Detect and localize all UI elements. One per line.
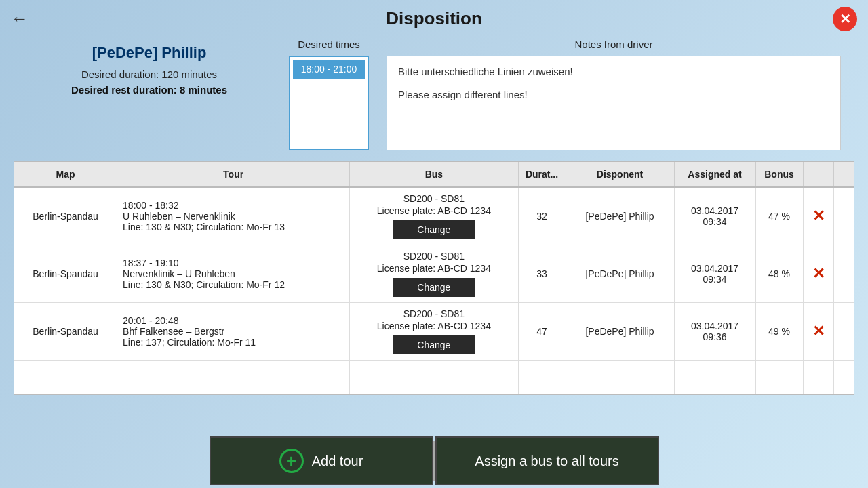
cell-delete-1[interactable]: ✕ [803,245,833,303]
cell-extra-1 [833,245,854,303]
tours-table: Map Tour Bus Durat... Disponent Assigned… [14,162,854,394]
close-button[interactable]: ✕ [833,7,857,31]
assign-bus-button[interactable]: Assign a bus to all tours [435,436,659,485]
cell-bonus-2: 49 % [755,303,803,361]
cell-bus-2: SD200 - SD81 License plate: AB-CD 1234 C… [350,303,518,361]
col-assigned-at: Assigned at [674,162,755,187]
cell-disponent-1: [PeDePe] Phillip [566,245,674,303]
col-disponent: Disponent [566,162,674,187]
table-row: Berlin-Spandau 20:01 - 20:48Bhf Falkense… [14,303,854,361]
cell-duration-2: 47 [518,303,566,361]
time-slot-0: 18:00 - 21:00 [293,60,365,79]
desired-times-label: Desired times [298,39,360,50]
cell-disponent-2: [PeDePe] Phillip [566,303,674,361]
back-icon: ← [11,8,28,29]
table-row: Berlin-Spandau 18:00 - 18:32U Ruhleben –… [14,187,854,245]
driver-duration: Desired duration: 120 minutes [27,68,271,80]
col-map: Map [14,162,117,187]
driver-info: [PeDePe] Phillip Desired duration: 120 m… [27,37,271,96]
cell-disponent-0: [PeDePe] Phillip [566,187,674,245]
col-action1 [803,162,833,187]
desired-times-section: Desired times 18:00 - 21:00 [285,37,373,150]
cell-extra-2 [833,303,854,361]
notes-section: Notes from driver Bitte unterschiedliche… [387,37,841,150]
delete-icon-1[interactable]: ✕ [812,265,825,282]
notes-line2: Please assign different lines! [398,89,829,100]
cell-bus-1: SD200 - SD81 License plate: AB-CD 1234 C… [350,245,518,303]
cell-bonus-1: 48 % [755,245,803,303]
cell-tour-1: 18:37 - 19:10Nervenklinik – U RuhlebenLi… [117,245,350,303]
cell-duration-1: 33 [518,245,566,303]
col-action2 [833,162,854,187]
cell-assigned-at-1: 03.04.2017 09:34 [674,245,755,303]
table-row: Berlin-Spandau 18:37 - 19:10Nervenklinik… [14,245,854,303]
change-bus-button-1[interactable]: Change [393,278,475,297]
tours-table-container: Map Tour Bus Durat... Disponent Assigned… [14,161,854,395]
assign-bus-label: Assign a bus to all tours [475,453,618,469]
times-box: 18:00 - 21:00 [289,56,369,150]
cell-map-2: Berlin-Spandau [14,303,117,361]
cell-assigned-at-0: 03.04.2017 09:34 [674,187,755,245]
cell-tour-2: 20:01 - 20:48Bhf Falkensee – BergstrLine… [117,303,350,361]
close-icon: ✕ [840,11,851,27]
add-icon: + [279,449,304,473]
empty-row [14,361,854,394]
delete-icon-0[interactable]: ✕ [812,207,825,224]
cell-map-1: Berlin-Spandau [14,245,117,303]
driver-name: [PeDePe] Phillip [27,44,271,62]
page-title: Disposition [386,8,482,29]
col-bonus: Bonus [755,162,803,187]
col-tour: Tour [117,162,350,187]
add-tour-label: Add tour [312,453,363,469]
notes-box: Bitte unterschiedliche Linien zuweisen! … [387,56,841,150]
driver-rest-duration: Desired rest duration: 8 minutes [27,84,271,96]
cell-extra-0 [833,187,854,245]
table-header-row: Map Tour Bus Durat... Disponent Assigned… [14,162,854,187]
cell-delete-0[interactable]: ✕ [803,187,833,245]
notes-line1: Bitte unterschiedliche Linien zuweisen! [398,66,829,77]
notes-label: Notes from driver [387,39,841,50]
back-button[interactable]: ← [11,8,28,29]
footer: + Add tour Assign a bus to all tours [0,434,868,488]
cell-assigned-at-2: 03.04.2017 09:36 [674,303,755,361]
header: ← Disposition ✕ [0,0,868,37]
cell-bonus-0: 47 % [755,187,803,245]
add-tour-button[interactable]: + Add tour [210,436,433,485]
top-section: [PeDePe] Phillip Desired duration: 120 m… [0,37,868,156]
cell-duration-0: 32 [518,187,566,245]
cell-tour-0: 18:00 - 18:32U Ruhleben – NervenklinikLi… [117,187,350,245]
change-bus-button-2[interactable]: Change [393,336,475,354]
change-bus-button-0[interactable]: Change [393,220,475,239]
cell-map-0: Berlin-Spandau [14,187,117,245]
delete-icon-2[interactable]: ✕ [812,323,825,340]
cell-delete-2[interactable]: ✕ [803,303,833,361]
cell-bus-0: SD200 - SD81 License plate: AB-CD 1234 C… [350,187,518,245]
col-bus: Bus [350,162,518,187]
col-duration: Durat... [518,162,566,187]
